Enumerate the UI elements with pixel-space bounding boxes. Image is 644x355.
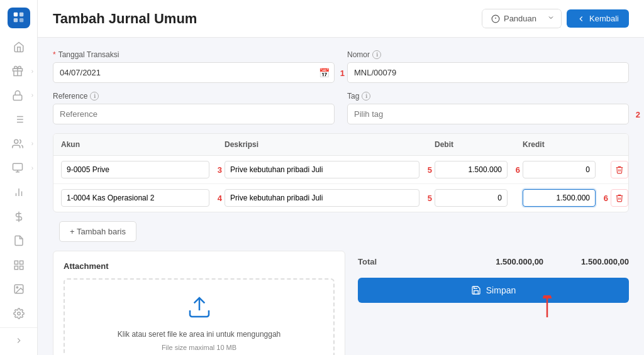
arrow-container: Simpan [358, 278, 629, 303]
upload-icon [187, 295, 212, 325]
total-save-section: Total 1.500.000,00 1.500.000,00 Simpan [358, 251, 629, 355]
svg-rect-2 [19, 13, 23, 16]
tag-group: Tag ℹ 2 [347, 92, 629, 124]
nomor-label: Nomor ℹ [347, 50, 629, 59]
svg-rect-1 [13, 18, 17, 22]
sidebar-item-dollar[interactable] [6, 206, 31, 227]
table-row: 4 5 6 [53, 184, 628, 212]
total-row: Total 1.500.000,00 1.500.000,00 [358, 251, 629, 273]
row1-debit-input[interactable] [435, 161, 508, 178]
form-content: * Tanggal Transaksi 📅 1 Nomor ℹ [38, 38, 644, 355]
header-actions: Panduan Kembali [482, 9, 629, 28]
total-label: Total [358, 257, 377, 266]
attachment-box: Attachment Klik atau seret file ke area … [53, 251, 345, 355]
sidebar-item-building[interactable] [0, 158, 37, 178]
row1-kredit-input[interactable] [523, 161, 596, 178]
attachment-text: Klik atau seret file ke area ini untuk m… [118, 330, 281, 339]
nomor-group: Nomor ℹ [347, 50, 629, 83]
tag-info-icon[interactable]: ℹ [362, 92, 370, 101]
table-row: 3 5 6 [53, 156, 628, 184]
app-logo[interactable] [8, 8, 30, 28]
form-row-2: Reference ℹ Tag ℹ 2 [53, 92, 629, 124]
svg-point-26 [16, 287, 18, 288]
sidebar-item-settings[interactable] [6, 303, 31, 324]
row2-deskripsi-input[interactable] [225, 189, 419, 207]
sidebar-item-grid[interactable] [6, 254, 31, 275]
row1-delete-button[interactable] [611, 161, 628, 178]
row1-deskripsi-input[interactable] [225, 161, 419, 178]
col-action [603, 134, 628, 155]
row1-akun-input[interactable] [61, 161, 209, 178]
annotation-1: 1 [340, 68, 345, 77]
save-arrow-annotation [528, 295, 566, 320]
svg-rect-14 [13, 164, 22, 171]
attachment-dropzone[interactable]: Klik atau seret file ke area ini untuk m… [64, 278, 335, 355]
sidebar-item-home[interactable] [6, 37, 31, 58]
tag-label: Tag ℹ [347, 92, 629, 101]
row2-delete-button[interactable] [611, 189, 628, 207]
tanggal-group: * Tanggal Transaksi 📅 1 [53, 50, 335, 83]
row1-delete-cell [603, 156, 628, 183]
col-debit: Debit [427, 134, 515, 155]
reference-input[interactable] [53, 104, 335, 124]
row2-akun-cell: 4 [53, 184, 217, 212]
annotation-5-row2: 5 [428, 194, 432, 203]
bottom-section: Attachment Klik atau seret file ke area … [53, 251, 629, 355]
row2-kredit-input[interactable] [523, 189, 596, 207]
sidebar-item-image[interactable] [6, 279, 31, 300]
table-header: Akun Deskripsi Debit Kredit [53, 134, 628, 156]
annotation-6-row2: 6 [604, 194, 608, 203]
sidebar-item-chart[interactable] [6, 182, 31, 203]
svg-rect-23 [19, 266, 23, 269]
row2-deskripsi-cell: 5 [217, 184, 427, 212]
form-row-1: * Tanggal Transaksi 📅 1 Nomor ℹ [53, 50, 629, 83]
annotation-2: 2 [636, 110, 640, 119]
col-kredit: Kredit [515, 134, 603, 155]
total-debit: 1.500.000,00 [496, 257, 543, 266]
sidebar [0, 0, 38, 355]
sidebar-item-file[interactable] [6, 231, 31, 251]
row2-debit-cell [427, 184, 515, 212]
sidebar-item-gift[interactable] [0, 61, 37, 82]
row1-deskripsi-cell: 5 [217, 156, 427, 183]
svg-point-13 [14, 139, 18, 143]
tanggal-label: * Tanggal Transaksi [53, 50, 335, 59]
row1-debit-cell: 6 [427, 156, 515, 183]
tag-input[interactable] [347, 104, 629, 124]
panduan-button[interactable]: Panduan [482, 9, 546, 28]
tanggal-input[interactable] [53, 62, 335, 83]
sidebar-item-users[interactable] [0, 134, 37, 155]
row2-debit-input[interactable] [435, 189, 508, 207]
col-deskripsi: Deskripsi [217, 134, 427, 155]
save-button[interactable]: Simpan [358, 278, 629, 303]
sidebar-item-list[interactable] [6, 109, 31, 130]
panduan-dropdown-button[interactable] [541, 9, 562, 28]
col-akun: Akun [53, 134, 217, 155]
row1-akun-cell: 3 [53, 156, 217, 183]
attachment-title: Attachment [64, 261, 335, 271]
reference-group: Reference ℹ [53, 92, 335, 124]
row1-kredit-cell [515, 156, 603, 183]
reference-info-icon[interactable]: ℹ [90, 92, 99, 101]
sidebar-expand-button[interactable] [0, 327, 37, 347]
main-content: Tambah Jurnal Umum Panduan Kembali [38, 0, 644, 355]
svg-rect-3 [19, 18, 23, 22]
annotation-6-row1: 6 [516, 165, 520, 175]
svg-rect-22 [19, 261, 23, 264]
nomor-info-icon[interactable]: ℹ [372, 50, 381, 59]
reference-label: Reference ℹ [53, 92, 335, 101]
journal-table: Akun Deskripsi Debit Kredit 3 5 6 [53, 133, 629, 212]
nomor-input[interactable] [347, 62, 629, 83]
row2-akun-input[interactable] [61, 189, 209, 207]
add-row-button[interactable]: + Tambah baris [59, 221, 136, 242]
kembali-button[interactable]: Kembali [567, 9, 629, 28]
sidebar-item-lock[interactable] [0, 85, 37, 106]
page-title: Tambah Jurnal Umum [53, 11, 197, 27]
svg-rect-24 [14, 266, 18, 269]
row2-kredit-cell: 6 [515, 184, 603, 212]
svg-rect-21 [14, 261, 18, 264]
svg-rect-0 [13, 13, 17, 16]
page-header: Tambah Jurnal Umum Panduan Kembali [38, 0, 644, 38]
svg-point-27 [17, 312, 20, 315]
total-values: 1.500.000,00 1.500.000,00 [496, 257, 629, 266]
